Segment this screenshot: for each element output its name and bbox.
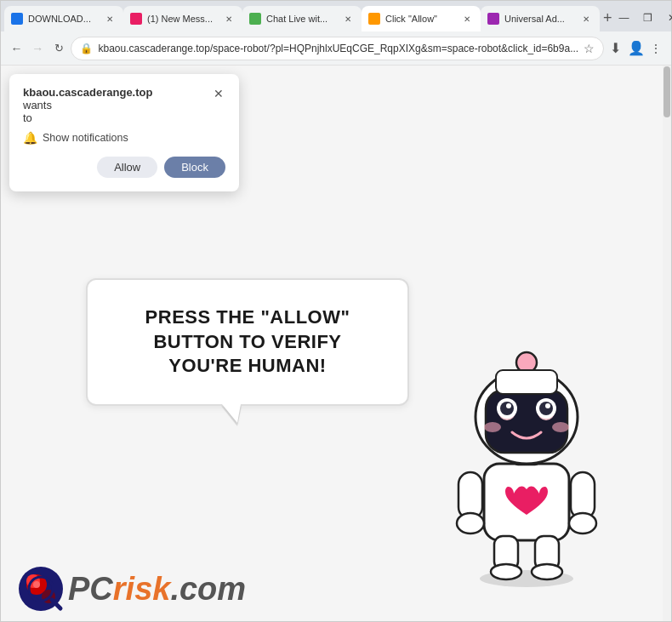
- address-bar[interactable]: 🔒 kbaou.cascaderange.top/space-robot/?pl…: [71, 37, 604, 60]
- new-tab-button[interactable]: +: [603, 6, 612, 30]
- svg-rect-3: [571, 472, 595, 519]
- secure-icon: 🔒: [80, 43, 93, 54]
- scrollbar[interactable]: [663, 66, 671, 621]
- bubble-text-line1: PRESS THE "ALLOW" BUTTON TO VERIFY: [145, 306, 350, 352]
- tab-close-messages[interactable]: ✕: [222, 12, 236, 26]
- close-button[interactable]: ✕: [660, 8, 672, 28]
- svg-point-19: [500, 402, 514, 415]
- back-button[interactable]: ←: [8, 36, 26, 61]
- svg-point-21: [506, 403, 511, 408]
- scrollbar-thumb[interactable]: [663, 66, 670, 117]
- tab-close-allow[interactable]: ✕: [460, 12, 474, 26]
- bell-icon: 🔔: [23, 131, 37, 145]
- svg-point-29: [33, 581, 40, 588]
- tab-label-allow: Click "Allow": [385, 14, 455, 24]
- profile-icon: 👤: [628, 40, 645, 56]
- tab-favicon-chat: [249, 13, 261, 25]
- tab-close-download[interactable]: ✕: [103, 12, 117, 26]
- speech-bubble: PRESS THE "ALLOW" BUTTON TO VERIFY YOU'R…: [86, 278, 409, 406]
- svg-point-20: [539, 402, 553, 415]
- back-icon: ←: [10, 42, 22, 55]
- nav-bar: ← → ↻ 🔒 kbaou.cascaderange.top/space-rob…: [1, 31, 671, 66]
- tab-favicon-download: [11, 13, 23, 25]
- pcrisk-text-container: PCrisk.com: [68, 571, 246, 608]
- popup-close-button[interactable]: ✕: [212, 86, 225, 101]
- tab-download[interactable]: DOWNLOAD... ✕: [4, 6, 123, 31]
- tab-label-universal: Universal Ad...: [504, 14, 574, 24]
- popup-site-name: kbaou.cascaderange.top: [23, 86, 152, 99]
- svg-point-5: [569, 513, 596, 534]
- popup-header: kbaou.cascaderange.top wants to ✕: [23, 86, 225, 124]
- tab-close-universal[interactable]: ✕: [579, 12, 593, 26]
- page-content: kbaou.cascaderange.top wants to ✕ 🔔 Show…: [1, 66, 671, 621]
- svg-point-24: [484, 422, 501, 432]
- tab-label-messages: (1) New Mess...: [147, 14, 217, 24]
- pcrisk-pc-text: PC: [68, 571, 113, 607]
- profile-button[interactable]: 👤: [628, 37, 645, 60]
- minimize-button[interactable]: —: [612, 8, 636, 28]
- tab-label-download: DOWNLOAD...: [28, 14, 98, 24]
- pcrisk-logo-icon: [18, 566, 65, 613]
- window-controls: — ❒ ✕: [612, 8, 672, 31]
- popup-to-text: to: [23, 111, 152, 124]
- popup-site-info: kbaou.cascaderange.top wants to: [23, 86, 152, 124]
- tab-universal[interactable]: Universal Ad... ✕: [481, 6, 600, 31]
- pcrisk-logo: PCrisk.com: [18, 566, 246, 613]
- popup-buttons: Allow Block: [23, 157, 225, 178]
- popup-notification-row: 🔔 Show notifications: [23, 131, 225, 145]
- svg-point-9: [532, 564, 562, 579]
- allow-button[interactable]: Allow: [97, 157, 157, 178]
- tab-allow[interactable]: Click "Allow" ✕: [362, 6, 481, 31]
- address-text: kbaou.cascaderange.top/space-robot/?pl=H…: [98, 43, 578, 54]
- svg-point-4: [457, 513, 484, 534]
- notification-popup: kbaou.cascaderange.top wants to ✕ 🔔 Show…: [9, 74, 239, 191]
- block-button[interactable]: Block: [164, 157, 225, 178]
- tab-close-chat[interactable]: ✕: [341, 12, 355, 26]
- tab-chat[interactable]: Chat Live wit... ✕: [242, 6, 362, 31]
- download-button[interactable]: ⬇: [607, 37, 624, 60]
- tab-favicon-messages: [130, 13, 142, 25]
- tab-favicon-allow: [368, 13, 380, 25]
- svg-point-25: [552, 422, 569, 432]
- pcrisk-dotcom-text: .com: [170, 571, 246, 607]
- bookmark-icon[interactable]: ☆: [584, 42, 595, 55]
- reload-button[interactable]: ↻: [50, 36, 68, 61]
- pcrisk-risk-text: risk: [113, 571, 171, 607]
- svg-rect-14: [486, 390, 567, 453]
- maximize-button[interactable]: ❒: [636, 8, 660, 28]
- forward-icon: →: [31, 42, 43, 55]
- robot-svg: [433, 332, 620, 587]
- menu-icon: ⋮: [650, 42, 662, 55]
- browser-window: DOWNLOAD... ✕ (1) New Mess... ✕ Chat Liv…: [0, 0, 672, 622]
- svg-rect-23: [496, 370, 557, 394]
- forward-button[interactable]: →: [29, 36, 47, 61]
- reload-icon: ↻: [54, 42, 64, 54]
- tab-bar: DOWNLOAD... ✕ (1) New Mess... ✕ Chat Liv…: [1, 1, 671, 31]
- show-notifications-label: Show notifications: [43, 132, 128, 144]
- bubble-text: PRESS THE "ALLOW" BUTTON TO VERIFY YOU'R…: [113, 305, 382, 379]
- download-icon: ⬇: [610, 40, 621, 56]
- svg-rect-2: [458, 472, 482, 519]
- tab-favicon-universal: [487, 13, 499, 25]
- bubble-text-line2: YOU'RE HUMAN!: [168, 355, 326, 376]
- svg-point-8: [491, 564, 521, 579]
- popup-wants-text: wants: [23, 99, 152, 111]
- tab-messages[interactable]: (1) New Mess... ✕: [123, 6, 242, 31]
- menu-button[interactable]: ⋮: [648, 37, 664, 60]
- robot-illustration: [433, 332, 620, 587]
- tab-label-chat: Chat Live wit...: [266, 14, 336, 24]
- svg-point-22: [545, 403, 550, 408]
